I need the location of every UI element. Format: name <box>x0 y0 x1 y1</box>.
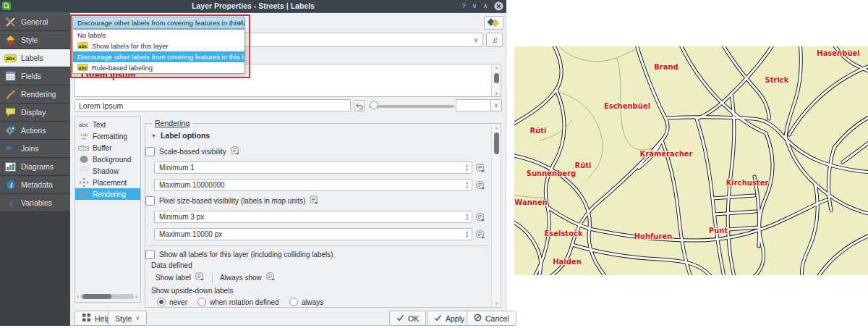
data-defined-override-icon[interactable] <box>476 212 485 225</box>
labeling-mode-combo[interactable]: Discourage other labels from covering fe… <box>72 17 245 29</box>
tab-shadow[interactable]: Shadow <box>75 165 140 177</box>
ok-button[interactable]: OK <box>389 311 426 326</box>
close-icon[interactable] <box>493 1 503 11</box>
dropdown-option[interactable]: abcRule-based labeling <box>73 62 244 73</box>
scroll-handle[interactable] <box>494 73 499 83</box>
pixel-visibility-row: Pixel size-based visibility (labels in m… <box>145 195 319 206</box>
layer-properties-dialog: Layer Properties - Streets | Labels ? ∨ … <box>0 0 506 326</box>
sidebar-item-style[interactable]: Style <box>0 31 70 49</box>
data-defined-override-icon[interactable] <box>195 272 205 283</box>
hscroll-track[interactable] <box>80 294 135 299</box>
maximize-icon[interactable]: ∧ <box>480 1 490 11</box>
screen: Layer Properties - Streets | Labels ? ∨ … <box>0 0 868 328</box>
pixel-min-spinbox[interactable]: Minimum 3 px ∧∨ <box>154 211 472 223</box>
metadata-icon: i <box>4 180 17 190</box>
cancel-icon <box>474 314 482 323</box>
sidebar-item-display[interactable]: Display <box>0 104 70 122</box>
tablist-hscrollbar[interactable]: ‹ › <box>77 293 137 300</box>
radio-when-rotation-defined[interactable]: when rotation defined <box>197 298 279 306</box>
scale-max-spinbox[interactable]: Maximum 10000000 ∧∨ <box>154 179 472 191</box>
help-window-button[interactable]: ? <box>459 1 469 11</box>
map-label: Hohfuren <box>634 232 673 240</box>
sidebar-item-variables[interactable]: εVariables <box>0 194 70 212</box>
preview-size-slider[interactable] <box>369 105 454 108</box>
radio-icon[interactable] <box>289 298 298 306</box>
apply-button[interactable]: Apply <box>427 311 472 326</box>
scale-visibility-checkbox[interactable] <box>145 147 155 156</box>
fields-icon <box>4 71 17 81</box>
data-defined-override-icon[interactable] <box>476 230 485 243</box>
sidebar-item-label: General <box>21 17 48 26</box>
spinner-arrows-icon[interactable]: ∧∨ <box>466 211 469 222</box>
tab-background[interactable]: Background <box>75 154 140 165</box>
sample-text-input[interactable] <box>75 99 351 112</box>
expression-builder-button[interactable]: ε <box>486 33 503 47</box>
map-label: Brand <box>654 63 678 71</box>
tab-buffer[interactable]: abcBuffer <box>75 142 140 154</box>
tab-formatting[interactable]: +ab<εFormatting <box>75 130 140 142</box>
preview-scrollbar[interactable]: ∧ ∨ <box>491 64 501 96</box>
scroll-up-icon[interactable]: ∧ <box>492 125 501 130</box>
scroll-down-icon[interactable]: ∨ <box>492 300 501 306</box>
collapse-arrow-icon: ▼ <box>151 133 156 138</box>
sidebar-item-labels[interactable]: abcLabels <box>0 49 70 67</box>
window-title: Layer Properties - Streets | Labels <box>0 1 506 10</box>
radio-label: never <box>169 298 187 306</box>
radio-never[interactable]: never <box>157 298 187 306</box>
scroll-up-icon[interactable]: ∧ <box>492 65 501 70</box>
radio-always[interactable]: always <box>289 298 324 306</box>
titlebar[interactable]: Layer Properties - Streets | Labels ? ∨ … <box>0 0 506 13</box>
scroll-down-icon[interactable]: ∨ <box>492 91 501 96</box>
radio-icon[interactable] <box>197 298 206 306</box>
auto-placement-button[interactable] <box>484 16 503 30</box>
scroll-right-icon[interactable]: › <box>135 293 137 300</box>
option-label: Discourage other labels from covering fe… <box>77 53 244 61</box>
scale-min-spinbox[interactable]: Minimum 1 ∧∨ <box>154 161 472 174</box>
tab-text[interactable]: abcText <box>75 119 140 130</box>
dropdown-option[interactable]: No labels <box>73 30 244 41</box>
label-settings-tablist: abcText+ab<εFormattingabcBufferBackgroun… <box>75 116 141 303</box>
radio-label: when rotation defined <box>210 298 279 306</box>
text-icon: abc <box>77 121 90 128</box>
upside-down-label: Show upside-down labels <box>151 287 233 295</box>
panel-scrollbar[interactable]: ∧ ∨ <box>491 125 501 306</box>
style-button[interactable]: Style ∨ <box>108 311 147 326</box>
show-all-labels-checkbox[interactable] <box>145 250 155 259</box>
spinner-arrows-icon[interactable]: ∧∨ <box>466 162 469 173</box>
data-defined-override-icon[interactable] <box>476 163 485 176</box>
sidebar-item-actions[interactable]: Actions <box>0 122 70 140</box>
sidebar-item-fields[interactable]: Fields <box>0 67 70 85</box>
label-options-group[interactable]: ▼ Label options <box>151 131 210 140</box>
scroll-handle[interactable] <box>494 133 499 154</box>
slider-handle[interactable] <box>370 101 378 109</box>
sidebar-item-diagrams[interactable]: Diagrams <box>0 158 70 176</box>
dropdown-option[interactable]: abcShow labels for this layer <box>73 41 244 51</box>
reset-sample-button[interactable] <box>354 100 365 112</box>
show-all-labels-row: Show all labels for this layer (includin… <box>145 250 333 259</box>
sidebar-item-metadata[interactable]: iMetadata <box>0 176 70 194</box>
tab-placement[interactable]: Placement <box>75 177 140 188</box>
data-defined-override-icon[interactable] <box>231 146 240 157</box>
map-canvas[interactable]: HasenbüelBrandStrickEschenbüelRütiKrämer… <box>514 46 868 275</box>
radio-icon[interactable] <box>157 298 166 306</box>
data-defined-override-icon[interactable] <box>310 195 319 206</box>
pixel-max-spinbox[interactable]: Maximum 10000 px ∧∨ <box>154 228 472 240</box>
spinner-arrows-icon[interactable]: ∧∨ <box>466 229 469 240</box>
hscroll-handle[interactable] <box>82 294 111 299</box>
data-defined-override-icon[interactable] <box>266 272 276 283</box>
tab-rendering[interactable]: Rendering <box>75 188 140 200</box>
sidebar-item-general[interactable]: General <box>0 13 70 31</box>
spinner-arrows-icon[interactable]: ∧∨ <box>466 180 469 190</box>
size-combo-chevron[interactable]: ∨ <box>490 99 502 112</box>
sidebar-item-label: Fields <box>21 72 41 80</box>
sidebar-item-joins[interactable]: Joins <box>0 140 70 158</box>
data-defined-override-icon[interactable] <box>476 180 485 193</box>
cancel-button[interactable]: Cancel <box>467 311 516 326</box>
dropdown-option[interactable]: Discourage other labels from covering fe… <box>73 51 244 62</box>
scroll-left-icon[interactable]: ‹ <box>77 293 79 300</box>
minimize-icon[interactable]: ∨ <box>469 1 480 11</box>
preview-size-combo[interactable] <box>456 99 491 112</box>
pixel-visibility-checkbox[interactable] <box>145 196 155 206</box>
map-label: Hasenbüel <box>817 49 859 57</box>
sidebar-item-rendering[interactable]: Rendering <box>0 85 70 104</box>
